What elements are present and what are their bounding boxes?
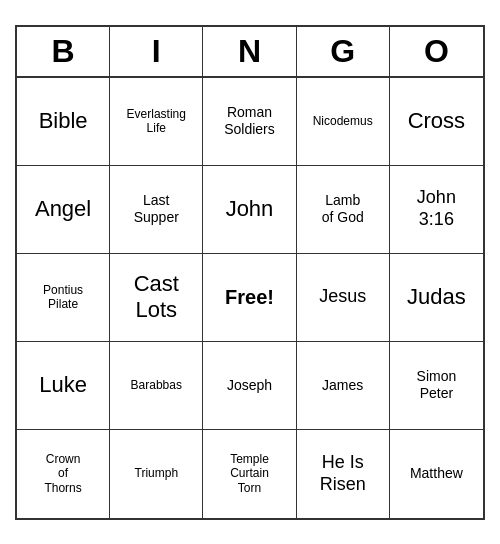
cell-text: Triumph bbox=[135, 466, 179, 480]
bingo-cell[interactable]: Triumph bbox=[110, 430, 203, 518]
cell-text: Judas bbox=[407, 284, 466, 310]
cell-text: Jesus bbox=[319, 286, 366, 308]
cell-text: Last Supper bbox=[134, 192, 179, 226]
cell-text: Lamb of God bbox=[322, 192, 364, 226]
bingo-cell[interactable]: Temple Curtain Torn bbox=[203, 430, 296, 518]
bingo-cell[interactable]: Bible bbox=[17, 78, 110, 166]
bingo-cell[interactable]: Free! bbox=[203, 254, 296, 342]
bingo-cell[interactable]: Pontius Pilate bbox=[17, 254, 110, 342]
bingo-grid: BibleEverlasting LifeRoman SoldiersNicod… bbox=[17, 78, 483, 518]
cell-text: Bible bbox=[39, 108, 88, 134]
cell-text: Crown of Thorns bbox=[44, 452, 81, 495]
cell-text: He Is Risen bbox=[320, 452, 366, 495]
bingo-cell[interactable]: Luke bbox=[17, 342, 110, 430]
bingo-cell[interactable]: Joseph bbox=[203, 342, 296, 430]
bingo-cell[interactable]: He Is Risen bbox=[297, 430, 390, 518]
cell-text: Luke bbox=[39, 372, 87, 398]
bingo-cell[interactable]: Roman Soldiers bbox=[203, 78, 296, 166]
cell-text: Roman Soldiers bbox=[224, 104, 275, 138]
bingo-cell[interactable]: Barabbas bbox=[110, 342, 203, 430]
header-letter: N bbox=[203, 27, 296, 76]
bingo-cell[interactable]: Angel bbox=[17, 166, 110, 254]
cell-text: Temple Curtain Torn bbox=[230, 452, 269, 495]
cell-text: Everlasting Life bbox=[127, 107, 186, 136]
bingo-cell[interactable]: Judas bbox=[390, 254, 483, 342]
bingo-cell[interactable]: Cross bbox=[390, 78, 483, 166]
bingo-cell[interactable]: Lamb of God bbox=[297, 166, 390, 254]
cell-text: Joseph bbox=[227, 377, 272, 394]
bingo-card: BINGO BibleEverlasting LifeRoman Soldier… bbox=[15, 25, 485, 520]
header-letter: I bbox=[110, 27, 203, 76]
cell-text: Pontius Pilate bbox=[43, 283, 83, 312]
header-letter: O bbox=[390, 27, 483, 76]
cell-text: Angel bbox=[35, 196, 91, 222]
bingo-cell[interactable]: John bbox=[203, 166, 296, 254]
bingo-header: BINGO bbox=[17, 27, 483, 78]
bingo-cell[interactable]: Nicodemus bbox=[297, 78, 390, 166]
bingo-cell[interactable]: Matthew bbox=[390, 430, 483, 518]
bingo-cell[interactable]: James bbox=[297, 342, 390, 430]
bingo-cell[interactable]: Last Supper bbox=[110, 166, 203, 254]
cell-text: Cast Lots bbox=[134, 271, 179, 324]
bingo-cell[interactable]: Cast Lots bbox=[110, 254, 203, 342]
bingo-cell[interactable]: Everlasting Life bbox=[110, 78, 203, 166]
bingo-cell[interactable]: Jesus bbox=[297, 254, 390, 342]
cell-text: John 3:16 bbox=[417, 187, 456, 230]
bingo-cell[interactable]: John 3:16 bbox=[390, 166, 483, 254]
cell-text: Matthew bbox=[410, 465, 463, 482]
cell-text: James bbox=[322, 377, 363, 394]
bingo-cell[interactable]: Simon Peter bbox=[390, 342, 483, 430]
cell-text: John bbox=[226, 196, 274, 222]
cell-text: Simon Peter bbox=[417, 368, 457, 402]
header-letter: G bbox=[297, 27, 390, 76]
cell-text: Cross bbox=[408, 108, 465, 134]
header-letter: B bbox=[17, 27, 110, 76]
cell-text: Barabbas bbox=[131, 378, 182, 392]
cell-text: Free! bbox=[225, 285, 274, 309]
cell-text: Nicodemus bbox=[313, 114, 373, 128]
bingo-cell[interactable]: Crown of Thorns bbox=[17, 430, 110, 518]
